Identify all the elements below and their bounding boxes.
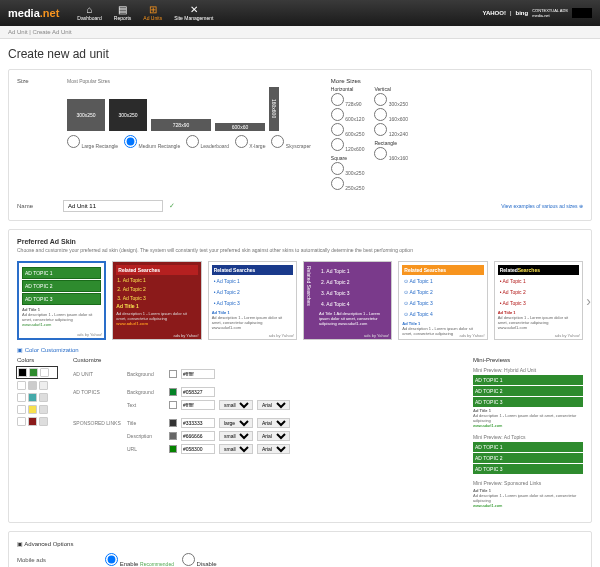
top-nav: media.net ⌂Dashboard ▤Reports ⊞Ad Units …	[0, 0, 600, 26]
skin-title: Preferred Ad Skin	[17, 238, 583, 245]
check-icon: ✓	[169, 202, 175, 210]
preset-5[interactable]	[17, 417, 57, 426]
bg-input[interactable]	[181, 369, 215, 379]
text-font[interactable]: Arial	[257, 400, 290, 410]
skin-black[interactable]: RelatedSearches • Ad Topic 1• Ad Topic 2…	[494, 261, 583, 340]
title-input[interactable]	[181, 418, 215, 428]
sw-bg[interactable]	[169, 370, 177, 378]
radio-leaderboard[interactable]: Leaderboard	[186, 135, 229, 149]
advanced-panel: ▣ Advanced Options Mobile ads Enable Rec…	[8, 531, 592, 567]
ms-h1[interactable]: 728x90	[331, 93, 365, 107]
name-input[interactable]	[63, 200, 163, 212]
ms-h4[interactable]: 120x600	[331, 138, 365, 152]
reports-icon: ▤	[118, 5, 127, 15]
url-input[interactable]	[181, 444, 215, 454]
radio-xlarge[interactable]: X-large	[235, 135, 266, 149]
desc-input[interactable]	[181, 431, 215, 441]
name-label: Name	[17, 203, 57, 209]
breadcrumb: Ad Unit | Create Ad Unit	[0, 26, 600, 39]
tbg-input[interactable]	[181, 387, 215, 397]
skin-red[interactable]: Related Searches 1. Ad Topic 12. Ad Topi…	[112, 261, 201, 340]
url-size[interactable]: small	[219, 444, 253, 454]
skin-next-arrow[interactable]: ›	[586, 293, 591, 309]
radio-large-rect[interactable]: Large Rectangle	[67, 135, 118, 149]
skin-panel: Preferred Ad Skin Choose and customize y…	[8, 229, 592, 523]
preview-col: Mini-Previews Mini Preview: Hybrid Ad Un…	[473, 357, 583, 514]
tools-icon: ✕	[190, 5, 198, 15]
nav-adunits[interactable]: ⊞Ad Units	[143, 5, 162, 21]
preset-2[interactable]	[17, 381, 57, 390]
text-input[interactable]	[181, 400, 215, 410]
colors-presets: Colors	[17, 357, 57, 514]
ms-s3[interactable]: 160x160	[374, 147, 408, 161]
desc-font[interactable]: Arial	[257, 431, 290, 441]
radio-medium-rect[interactable]: Medium Rectangle	[124, 135, 180, 149]
partner-brand: YAHOO!|bing CONTEXTUAL ADSmedia.net	[482, 8, 592, 18]
page-title: Create new ad unit	[8, 47, 592, 61]
preset-1[interactable]	[17, 367, 57, 378]
adv-title: ▣ Advanced Options	[17, 540, 583, 547]
examples-link[interactable]: View examples of various ad sizes ⊕	[501, 203, 583, 209]
adunits-icon: ⊞	[149, 5, 157, 15]
skin-desc: Choose and customize your preferred ad s…	[17, 247, 583, 253]
ms-s1[interactable]: 300x250	[331, 162, 365, 176]
logo: media.net	[8, 7, 59, 19]
text-size[interactable]: small	[219, 400, 253, 410]
skin-green[interactable]: AD TOPIC 1AD TOPIC 2AD TOPIC 3 Ad Title …	[17, 261, 106, 340]
user-badge[interactable]	[572, 8, 592, 18]
mobile-enable[interactable]: Enable Recommended	[105, 553, 174, 567]
ms-v2[interactable]: 160x600	[374, 108, 408, 122]
size-label: Size	[17, 78, 57, 192]
size-panel: Size Most Popular Sizes 300x250 300x250 …	[8, 69, 592, 221]
sw-title[interactable]	[169, 419, 177, 427]
sw-url[interactable]	[169, 445, 177, 453]
size-728x90[interactable]: 728x90	[151, 119, 211, 131]
ms-h3[interactable]: 600x250	[331, 123, 365, 137]
ms-s2[interactable]: 250x250	[331, 177, 365, 191]
radio-skyscraper[interactable]: Skyscraper	[271, 135, 310, 149]
url-font[interactable]: Arial	[257, 444, 290, 454]
customize-col: Customize AD UNITBackground AD TOPICSBac…	[73, 357, 457, 514]
mobile-disable[interactable]: Disable	[182, 553, 217, 567]
ms-v3[interactable]: 120x240	[374, 123, 408, 137]
nav-site[interactable]: ✕Site Management	[174, 5, 213, 21]
skin-orange[interactable]: Related Searches ⊙ Ad Topic 1⊙ Ad Topic …	[398, 261, 487, 340]
nav-dashboard[interactable]: ⌂Dashboard	[77, 5, 101, 21]
size-160x600[interactable]: 160x600	[269, 87, 279, 131]
ms-v1[interactable]: 300x250	[374, 93, 408, 107]
skin-blue[interactable]: Related Searches • Ad Topic 1• Ad Topic …	[208, 261, 297, 340]
size-300x250-a[interactable]: 300x250	[67, 99, 105, 131]
popular-sizes-label: Most Popular Sizes	[67, 78, 311, 84]
desc-size[interactable]: small	[219, 431, 253, 441]
size-600x60[interactable]: 600x60	[215, 123, 265, 131]
more-sizes: More Sizes Horizontal 728x90 600x120 600…	[331, 78, 408, 192]
title-size[interactable]: large	[219, 418, 253, 428]
title-font[interactable]: Arial	[257, 418, 290, 428]
preset-4[interactable]	[17, 405, 57, 414]
preset-3[interactable]	[17, 393, 57, 402]
nav-reports[interactable]: ▤Reports	[114, 5, 132, 21]
sw-tbg[interactable]	[169, 388, 177, 396]
sw-desc[interactable]	[169, 432, 177, 440]
color-custom-toggle[interactable]: ▣ Color Customization	[17, 346, 583, 353]
sw-text[interactable]	[169, 401, 177, 409]
home-icon: ⌂	[87, 5, 93, 15]
ms-h2[interactable]: 600x120	[331, 108, 365, 122]
size-300x250-b[interactable]: 300x250	[109, 99, 147, 131]
skin-purple[interactable]: Related Searches 1. Ad Topic 12. Ad Topi…	[303, 261, 392, 340]
